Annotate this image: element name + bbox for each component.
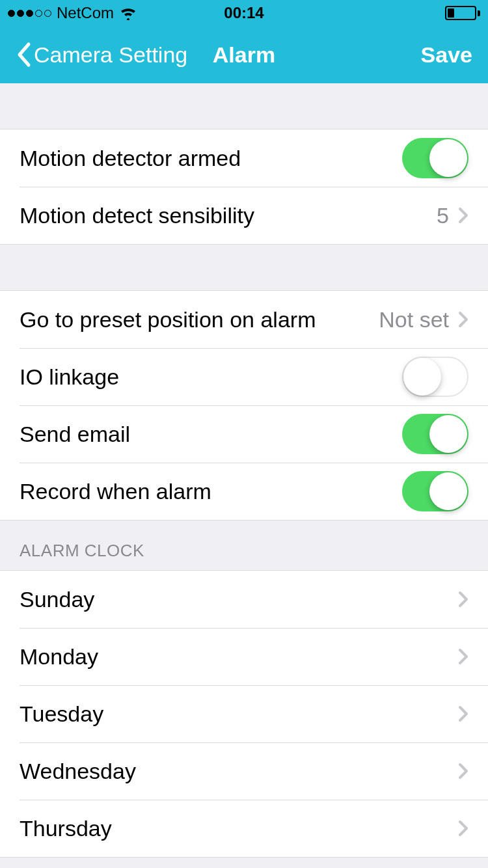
row-send-email: Send email (0, 405, 488, 463)
back-chevron-icon (16, 42, 31, 68)
row-sunday[interactable]: Sunday (0, 571, 488, 628)
back-label: Camera Setting (34, 42, 187, 68)
wifi-icon (119, 6, 137, 20)
motion-armed-toggle[interactable] (402, 138, 468, 178)
status-time: 00:14 (224, 4, 264, 22)
motion-armed-label: Motion detector armed (20, 146, 402, 171)
section-alarm-clock: Sunday Monday Tuesday Wednesday Thursday (0, 570, 488, 858)
alarm-clock-header: ALARM CLOCK (0, 521, 488, 570)
thursday-label: Thursday (20, 816, 458, 841)
email-label: Send email (20, 422, 402, 447)
chevron-right-icon (458, 311, 468, 328)
row-thursday[interactable]: Thursday (0, 800, 488, 857)
sensibility-value: 5 (437, 203, 449, 228)
tuesday-label: Tuesday (20, 701, 458, 727)
section-alarm-actions: Go to preset position on alarm Not set I… (0, 290, 488, 521)
row-sensibility[interactable]: Motion detect sensibility 5 (0, 187, 488, 244)
nav-bar: Camera Setting Alarm Save (0, 26, 488, 83)
chevron-right-icon (458, 763, 468, 780)
send-email-toggle[interactable] (402, 414, 468, 454)
row-monday[interactable]: Monday (0, 628, 488, 685)
section-motion: Motion detector armed Motion detect sens… (0, 129, 488, 245)
monday-label: Monday (20, 644, 458, 670)
record-label: Record when alarm (20, 479, 402, 504)
battery-icon (445, 6, 480, 20)
sensibility-label: Motion detect sensibility (20, 203, 437, 228)
back-button[interactable]: Camera Setting (16, 42, 187, 68)
row-tuesday[interactable]: Tuesday (0, 685, 488, 742)
page-title: Alarm (213, 42, 275, 68)
chevron-right-icon (458, 648, 468, 665)
wednesday-label: Wednesday (20, 759, 458, 784)
status-left: NetCom (8, 4, 137, 22)
signal-strength-icon (8, 10, 51, 17)
save-button[interactable]: Save (421, 42, 472, 68)
chevron-right-icon (458, 820, 468, 837)
row-motion-armed: Motion detector armed (0, 129, 488, 187)
chevron-right-icon (458, 207, 468, 224)
row-io-linkage: IO linkage (0, 348, 488, 405)
record-alarm-toggle[interactable] (402, 471, 468, 511)
io-label: IO linkage (20, 364, 402, 390)
row-record-alarm: Record when alarm (0, 463, 488, 520)
carrier-label: NetCom (57, 4, 114, 22)
chevron-right-icon (458, 705, 468, 722)
row-preset-position[interactable]: Go to preset position on alarm Not set (0, 291, 488, 348)
io-linkage-toggle[interactable] (402, 357, 468, 397)
chevron-right-icon (458, 591, 468, 608)
sunday-label: Sunday (20, 587, 458, 612)
status-bar: NetCom 00:14 (0, 0, 488, 26)
preset-label: Go to preset position on alarm (20, 307, 379, 332)
preset-value: Not set (379, 307, 449, 332)
row-wednesday[interactable]: Wednesday (0, 742, 488, 800)
